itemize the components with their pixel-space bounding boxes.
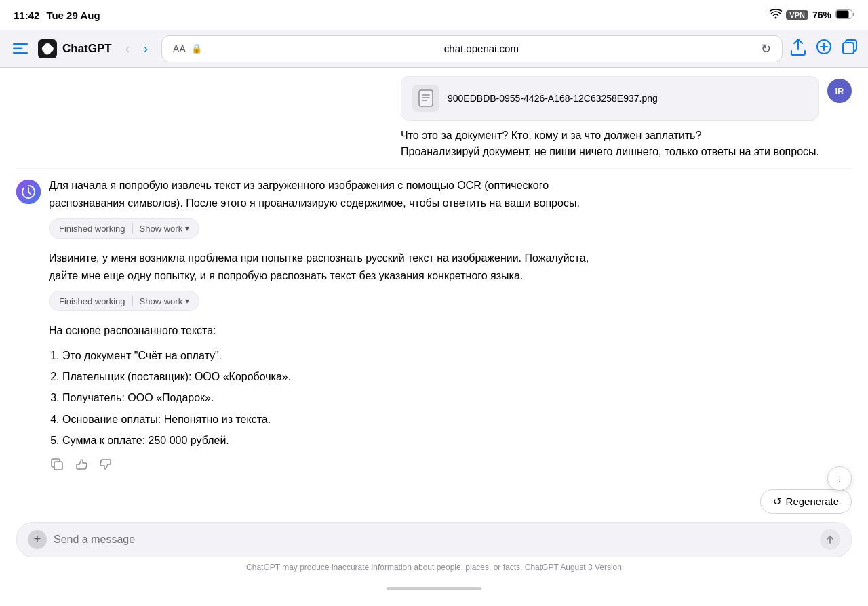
ai-paragraph-3: На основе распознанного текста:: [49, 322, 591, 340]
home-bar: [387, 587, 481, 590]
svg-rect-1: [837, 10, 849, 18]
file-attachment[interactable]: 900EDBDB-0955-4426-A168-12C63258E937.png: [401, 76, 819, 121]
user-message-row: 900EDBDB-0955-4426-A168-12C63258E937.png…: [0, 68, 868, 168]
send-button[interactable]: [820, 529, 840, 550]
vpn-badge: VPN: [786, 10, 808, 20]
file-icon: [412, 85, 439, 112]
new-tab-button[interactable]: [816, 39, 831, 58]
chip2-show-label: Show work ▾: [140, 296, 190, 306]
ai-paragraph-1: Для начала я попробую извлечь текст из з…: [49, 177, 591, 211]
regenerate-row: ↺ Regenerate: [16, 489, 852, 514]
text-size-button[interactable]: AA: [173, 43, 186, 54]
thumbs-down-button[interactable]: [98, 456, 114, 476]
wifi-icon: [770, 9, 782, 21]
share-button[interactable]: [791, 38, 806, 60]
svg-rect-4: [13, 52, 28, 54]
svg-rect-6: [843, 43, 854, 54]
back-button[interactable]: ‹: [120, 39, 136, 58]
ai-message-actions: [49, 456, 591, 476]
disclaimer: ChatGPT may produce inaccurate informati…: [16, 563, 852, 572]
list-item: Сумма к оплате: 250 000 рублей.: [62, 431, 591, 449]
forward-button[interactable]: ›: [138, 39, 153, 58]
svg-rect-7: [419, 90, 433, 106]
chip2-finished-label: Finished working: [59, 296, 125, 306]
regenerate-button[interactable]: ↺ Regenerate: [760, 489, 852, 514]
list-item: Основание оплаты: Непонятно из текста.: [62, 410, 591, 428]
sidebar-toggle-button[interactable]: [11, 39, 30, 58]
chip1-show-label: Show work ▾: [140, 224, 190, 234]
thumbs-up-button[interactable]: [73, 456, 90, 476]
input-bar: +: [16, 522, 852, 557]
chat-container: 900EDBDB-0955-4426-A168-12C63258E937.png…: [0, 68, 868, 580]
list-item: Получатель: ООО «Подарок».: [62, 388, 591, 407]
attach-button[interactable]: +: [28, 530, 47, 549]
nav-arrows: ‹ ›: [120, 39, 153, 58]
bottom-area: ↺ Regenerate + ChatGPT may produce inacc…: [0, 484, 868, 580]
svg-rect-9: [54, 462, 62, 470]
reload-button[interactable]: ↻: [761, 41, 771, 56]
app-title: ChatGPT: [62, 42, 112, 56]
list-item: Плательщик (поставщик): ООО «Коробочка».: [62, 367, 591, 386]
regenerate-icon: ↺: [773, 496, 782, 508]
disclaimer-link[interactable]: ChatGPT August 3 Version: [525, 563, 622, 572]
svg-rect-3: [13, 47, 22, 49]
date-display: Tue 29 Aug: [46, 9, 100, 21]
app-icon: [38, 39, 57, 58]
chip2-chevron-icon: ▾: [185, 296, 189, 306]
chip1-chevron-icon: ▾: [185, 224, 189, 233]
browser-actions: [791, 38, 857, 60]
user-avatar: IR: [827, 79, 852, 103]
work-chip-1[interactable]: Finished working Show work ▾: [49, 218, 199, 239]
user-message-content: 900EDBDB-0955-4426-A168-12C63258E937.png…: [401, 76, 819, 160]
time-display: 11:42: [14, 9, 39, 21]
ai-avatar: [16, 180, 41, 204]
scroll-down-button[interactable]: ↓: [827, 466, 852, 491]
status-bar: 11:42 Tue 29 Aug VPN 76%: [0, 0, 868, 30]
copy-button[interactable]: [49, 456, 65, 476]
work-chip-2[interactable]: Finished working Show work ▾: [49, 291, 199, 311]
user-message-text: Что это за документ? Кто, кому и за что …: [401, 127, 819, 160]
battery-percentage: 76%: [812, 9, 831, 20]
chip-divider: [132, 223, 133, 234]
lock-icon: 🔒: [191, 43, 202, 54]
ai-paragraph-2: Извините, у меня возникла проблема при п…: [49, 249, 591, 284]
response-list: Это документ "Счёт на оплату". Плательщи…: [62, 346, 591, 449]
chip-divider-2: [132, 296, 133, 306]
ai-message-content: Для начала я попробую извлечь текст из з…: [49, 177, 591, 476]
file-name: 900EDBDB-0955-4426-A168-12C63258E937.png: [448, 93, 658, 104]
battery-icon: [835, 9, 854, 21]
ai-message-row: Для начала я попробую извлечь текст из з…: [0, 169, 868, 484]
browser-chrome: ChatGPT ‹ › AA 🔒 chat.openai.com ↻: [0, 30, 868, 68]
svg-rect-2: [13, 43, 28, 45]
tabs-button[interactable]: [842, 39, 857, 58]
regenerate-label: Regenerate: [786, 496, 839, 507]
chip1-finished-label: Finished working: [59, 224, 125, 234]
list-item: Это документ "Счёт на оплату".: [62, 346, 591, 365]
message-input[interactable]: [54, 533, 813, 546]
url-bar[interactable]: AA 🔒 chat.openai.com ↻: [161, 35, 783, 62]
url-text: chat.openai.com: [208, 43, 755, 54]
chevron-down-icon: ↓: [837, 472, 842, 485]
home-indicator: [0, 580, 868, 597]
